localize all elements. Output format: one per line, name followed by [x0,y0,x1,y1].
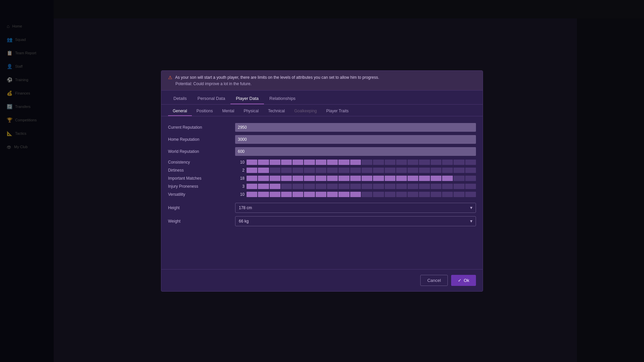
tab-mental[interactable]: Mental [217,107,239,116]
height-select[interactable]: 178 cm [235,203,476,213]
cancel-button[interactable]: Cancel [420,275,448,286]
attr-bar-cell[interactable] [453,184,464,189]
attr-bar-cell[interactable] [281,176,292,181]
attr-bar-cell[interactable] [408,192,418,197]
attr-bar-cell[interactable] [431,176,441,181]
attr-bar-cell[interactable] [350,160,361,165]
attr-bars[interactable] [247,159,476,165]
attr-bar-cell[interactable] [247,160,257,165]
attr-bar-cell[interactable] [385,160,395,165]
attr-bar-cell[interactable] [385,168,395,173]
attr-bar-cell[interactable] [431,160,441,165]
attr-bar-cell[interactable] [338,160,349,165]
attr-bars[interactable] [247,167,476,173]
attr-bar-cell[interactable] [338,192,349,197]
attr-bar-cell[interactable] [327,176,338,181]
attr-bar-cell[interactable] [442,192,453,197]
attr-bar-cell[interactable] [419,176,430,181]
attr-bar-cell[interactable] [292,176,303,181]
tab-personal-data[interactable]: Personal Data [192,93,230,104]
attr-bar-cell[interactable] [396,184,407,189]
attr-bar-cell[interactable] [453,160,464,165]
attr-bars[interactable] [247,191,476,197]
attr-bar-cell[interactable] [292,184,303,189]
attr-bar-cell[interactable] [270,160,280,165]
tab-details[interactable]: Details [168,93,192,104]
attr-bar-cell[interactable] [327,168,338,173]
tab-physical[interactable]: Physical [239,107,263,116]
attr-bar-cell[interactable] [281,160,292,165]
attr-bar-cell[interactable] [465,160,476,165]
attr-bar-cell[interactable] [258,160,269,165]
attr-bars[interactable] [247,175,476,181]
attr-bar-cell[interactable] [304,160,315,165]
attr-bar-cell[interactable] [396,168,407,173]
attr-bar-cell[interactable] [408,176,418,181]
attr-bar-cell[interactable] [419,168,430,173]
attr-bar-cell[interactable] [442,184,453,189]
attr-bar-cell[interactable] [431,192,441,197]
attr-bar-cell[interactable] [396,160,407,165]
attr-bar-cell[interactable] [442,168,453,173]
attr-bar-cell[interactable] [327,160,338,165]
attr-bar-cell[interactable] [338,184,349,189]
attr-bar-cell[interactable] [258,192,269,197]
tab-relationships[interactable]: Relationships [264,93,301,104]
home-reputation-input[interactable] [235,135,476,144]
attr-bar-cell[interactable] [338,176,349,181]
attr-bar-cell[interactable] [327,192,338,197]
attr-bar-cell[interactable] [373,176,384,181]
tab-player-data[interactable]: Player Data [230,93,264,104]
attr-bar-cell[interactable] [304,192,315,197]
attr-bar-cell[interactable] [316,160,326,165]
attr-bar-cell[interactable] [304,184,315,189]
attr-bar-cell[interactable] [350,184,361,189]
attr-bar-cell[interactable] [373,168,384,173]
attr-bar-cell[interactable] [465,176,476,181]
tab-general[interactable]: General [168,107,192,116]
attr-bar-cell[interactable] [247,184,257,189]
attr-bar-cell[interactable] [316,184,326,189]
attr-bar-cell[interactable] [408,184,418,189]
attr-bar-cell[interactable] [258,176,269,181]
attr-bar-cell[interactable] [442,176,453,181]
attr-bar-cell[interactable] [292,192,303,197]
attr-bar-cell[interactable] [453,168,464,173]
attr-bar-cell[interactable] [316,192,326,197]
attr-bar-cell[interactable] [362,160,372,165]
attr-bar-cell[interactable] [362,168,372,173]
attr-bar-cell[interactable] [350,168,361,173]
attr-bar-cell[interactable] [385,184,395,189]
attr-bar-cell[interactable] [419,184,430,189]
attr-bar-cell[interactable] [362,176,372,181]
tab-player-traits[interactable]: Player Traits [322,107,354,116]
attr-bar-cell[interactable] [385,176,395,181]
attr-bar-cell[interactable] [362,192,372,197]
attr-bar-cell[interactable] [453,176,464,181]
attr-bar-cell[interactable] [419,160,430,165]
world-reputation-input[interactable] [235,147,476,156]
attr-bar-cell[interactable] [270,192,280,197]
attr-bar-cell[interactable] [281,184,292,189]
attr-bar-cell[interactable] [316,176,326,181]
attr-bar-cell[interactable] [258,184,269,189]
attr-bar-cell[interactable] [465,184,476,189]
attr-bar-cell[interactable] [247,176,257,181]
attr-bar-cell[interactable] [270,184,280,189]
attr-bar-cell[interactable] [281,168,292,173]
attr-bar-cell[interactable] [270,168,280,173]
attr-bar-cell[interactable] [350,176,361,181]
attr-bar-cell[interactable] [292,168,303,173]
current-reputation-input[interactable] [235,123,476,132]
attr-bar-cell[interactable] [292,160,303,165]
attr-bar-cell[interactable] [258,168,269,173]
attr-bar-cell[interactable] [373,184,384,189]
attr-bar-cell[interactable] [396,176,407,181]
attr-bar-cell[interactable] [385,192,395,197]
attr-bar-cell[interactable] [408,160,418,165]
weight-select[interactable]: 66 kg [235,216,476,226]
attr-bar-cell[interactable] [419,192,430,197]
attr-bar-cell[interactable] [327,184,338,189]
attr-bar-cell[interactable] [338,168,349,173]
attr-bar-cell[interactable] [408,168,418,173]
